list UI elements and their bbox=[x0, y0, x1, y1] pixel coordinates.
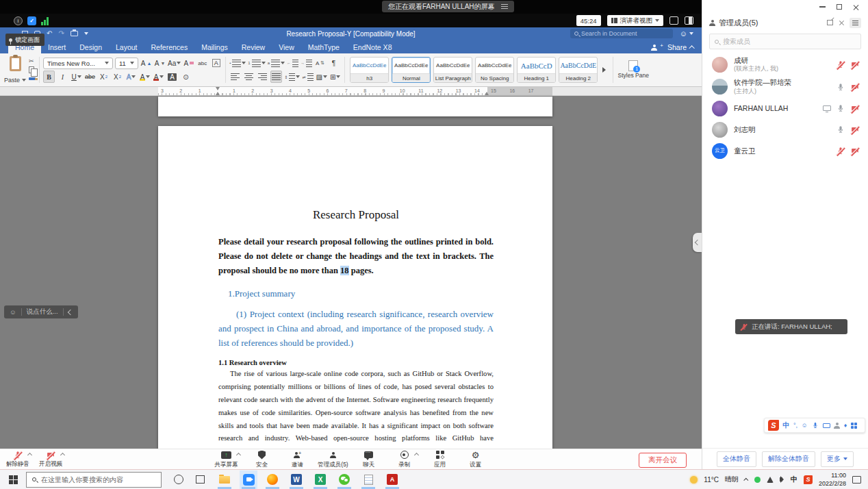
enclose-characters-button[interactable]: ⊙ bbox=[180, 71, 192, 83]
style-list-paragraph[interactable]: AaBbCcDdEe List Paragraph bbox=[433, 57, 472, 83]
paste-button[interactable]: Paste bbox=[4, 56, 26, 84]
word-search-box[interactable]: Search in Document bbox=[570, 29, 673, 38]
more-button[interactable]: 更多 bbox=[821, 451, 854, 467]
doc-body-paragraph[interactable]: The rise of various large-scale online c… bbox=[218, 368, 494, 458]
hanging-indent-marker[interactable] bbox=[216, 92, 220, 95]
excel-icon[interactable]: X bbox=[311, 471, 329, 489]
style-heading2[interactable]: AaBbCcDdE Heading 2 bbox=[559, 57, 598, 83]
notepad-icon[interactable] bbox=[359, 471, 377, 489]
participant-row[interactable]: 软件学院—郭培荣 (主持人) bbox=[702, 75, 868, 97]
emoji-icon[interactable]: ☺ bbox=[802, 423, 808, 429]
style-no-spacing[interactable]: AaBbCcDdEe No Spacing bbox=[475, 57, 514, 83]
sogou-logo-icon[interactable]: S bbox=[768, 420, 779, 431]
keyboard-icon[interactable] bbox=[823, 423, 830, 428]
style-heading1[interactable]: AaBbCcD Heading 1 bbox=[517, 57, 556, 83]
chevron-up-icon[interactable] bbox=[60, 453, 65, 457]
skin-icon[interactable]: ♦ bbox=[844, 423, 847, 429]
leave-meeting-button[interactable]: 离开会议 bbox=[639, 453, 687, 468]
tab-insert[interactable]: Insert bbox=[41, 40, 73, 53]
taskbar-search-input[interactable] bbox=[41, 476, 155, 484]
start-button[interactable] bbox=[0, 475, 26, 484]
increase-indent-button[interactable]: → bbox=[301, 57, 312, 69]
tab-mathtype[interactable]: MathType bbox=[301, 40, 346, 53]
align-left-button[interactable] bbox=[229, 71, 241, 83]
participant-row[interactable]: FARHAN ULLAH bbox=[702, 98, 868, 119]
collapse-ribbon-icon[interactable] bbox=[689, 45, 694, 51]
character-border-button[interactable]: A bbox=[210, 57, 222, 69]
mic-muted-icon[interactable] bbox=[836, 60, 845, 69]
shading-button[interactable]: ▨ bbox=[316, 71, 327, 83]
sort-button[interactable]: A⇅ bbox=[314, 57, 326, 69]
ime-toolbar[interactable]: S 中 °, ☺ ♦ bbox=[764, 418, 865, 433]
doc-title[interactable]: Research Proposal bbox=[218, 208, 494, 222]
decrease-indent-button[interactable]: ← bbox=[287, 57, 298, 69]
taskbar-search-box[interactable] bbox=[26, 472, 162, 488]
ime-indicator[interactable]: 中 bbox=[791, 475, 797, 484]
grow-font-button[interactable]: A▲ bbox=[140, 57, 152, 69]
multilevel-list-button[interactable]: a bbox=[268, 57, 285, 69]
cortana-button[interactable] bbox=[174, 475, 183, 484]
ime-mode-toggle[interactable]: 中 bbox=[783, 422, 790, 429]
meeting-app-icon[interactable] bbox=[240, 471, 257, 489]
member-search-box[interactable] bbox=[709, 34, 861, 49]
justify-button[interactable] bbox=[270, 71, 282, 83]
tab-design[interactable]: Design bbox=[73, 40, 109, 53]
tab-review[interactable]: Review bbox=[235, 40, 272, 53]
change-case-button[interactable]: Aa bbox=[168, 57, 181, 69]
superscript-button[interactable]: X2 bbox=[112, 71, 123, 83]
page-1-bottom[interactable] bbox=[158, 97, 552, 116]
shrink-font-button[interactable]: A▼ bbox=[154, 57, 166, 69]
network-icon[interactable] bbox=[767, 477, 774, 483]
chat-button[interactable]: 聊天 bbox=[353, 450, 385, 469]
volume-icon[interactable] bbox=[780, 477, 782, 481]
camera-off-icon[interactable] bbox=[850, 60, 860, 69]
chevron-up-icon[interactable] bbox=[235, 452, 240, 457]
weather-sun-icon[interactable] bbox=[690, 476, 698, 484]
undo-button[interactable]: ↶ bbox=[47, 30, 52, 37]
character-shading-button[interactable]: A bbox=[166, 71, 178, 83]
participant-row[interactable]: 云卫 童云卫 bbox=[702, 140, 868, 162]
settings-button[interactable]: ⚙ 设置 bbox=[459, 450, 492, 469]
share-screen-button[interactable]: ↑ 共享屏幕 bbox=[210, 450, 243, 469]
align-right-button[interactable] bbox=[257, 71, 268, 83]
close-panel-icon[interactable] bbox=[839, 20, 844, 25]
info-icon[interactable]: i bbox=[14, 16, 23, 25]
doc-blue-paragraph[interactable]: (1) Project context (including research … bbox=[218, 307, 494, 350]
participant-row[interactable]: 成研 (联席主持人, 我) bbox=[702, 53, 868, 75]
hidden-icons-chevron[interactable] bbox=[743, 477, 748, 482]
font-size-select[interactable]: 11 bbox=[115, 58, 138, 69]
strikethrough-button[interactable]: abe bbox=[84, 71, 96, 83]
record-button[interactable]: 录制 bbox=[388, 450, 421, 469]
style-normal[interactable]: AaBbCcDdEe Normal bbox=[392, 57, 431, 83]
manage-members-button[interactable]: 管理成员(5) bbox=[317, 450, 350, 469]
doc-section-heading[interactable]: 1.Project summary bbox=[228, 288, 494, 299]
voice-input-icon[interactable] bbox=[811, 422, 819, 429]
participant-row[interactable]: 刘志明 bbox=[702, 119, 868, 140]
style-h3[interactable]: AaBbCcDdEe h3 bbox=[350, 57, 389, 83]
camera-off-icon[interactable] bbox=[850, 125, 860, 134]
watching-banner[interactable]: 您正在观看FARHAN ULLAH的屏幕 bbox=[382, 1, 514, 12]
quick-chat-bubble[interactable]: ☺ 说点什么... bbox=[4, 305, 78, 318]
collapse-chat-icon[interactable] bbox=[67, 309, 73, 314]
minimize-icon[interactable] bbox=[819, 6, 826, 7]
align-center-button[interactable] bbox=[243, 71, 255, 83]
tab-mailings[interactable]: Mailings bbox=[194, 40, 235, 53]
panel-menu-icon[interactable] bbox=[850, 18, 861, 28]
pdf-reader-icon[interactable]: A bbox=[383, 471, 401, 489]
file-explorer-icon[interactable] bbox=[216, 471, 233, 489]
tab-view[interactable]: View bbox=[272, 40, 301, 53]
numbered-list-button[interactable]: 1 bbox=[248, 57, 265, 69]
selected-text[interactable]: 18 bbox=[340, 266, 349, 275]
mic-icon[interactable] bbox=[836, 103, 845, 113]
invite-button[interactable]: + 邀请 bbox=[281, 450, 314, 469]
phonetic-guide-button[interactable]: abc bbox=[196, 57, 208, 69]
apps-button[interactable]: 应用 bbox=[424, 450, 457, 469]
italic-button[interactable]: I bbox=[57, 71, 68, 83]
mute-all-button[interactable]: 全体静音 bbox=[717, 451, 756, 467]
fullscreen-icon[interactable] bbox=[669, 16, 678, 25]
panel-collapse-handle[interactable] bbox=[693, 233, 702, 252]
clear-formatting-button[interactable]: A bbox=[183, 57, 194, 69]
firefox-icon[interactable] bbox=[264, 471, 281, 489]
weather-desc[interactable]: 晴朗 bbox=[725, 475, 739, 484]
task-view-button[interactable] bbox=[196, 475, 205, 484]
